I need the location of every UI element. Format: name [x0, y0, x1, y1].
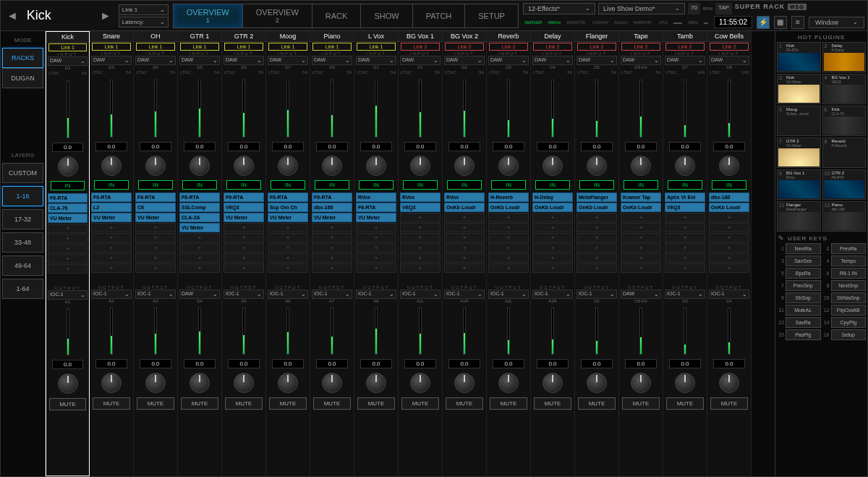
input-source-select[interactable]: DAW⌄ — [576, 56, 617, 65]
plugin-slot-empty[interactable]: + — [665, 263, 705, 273]
plugin-slot-empty[interactable]: + — [488, 263, 529, 273]
plugin-slot-empty[interactable]: + — [444, 243, 485, 253]
channel-strip[interactable]: ReverbLink 2INPUTDAW⌄D3LTNC540.0INH-Reve… — [487, 31, 531, 476]
tab-overview1[interactable]: OVERVIEW1 — [174, 4, 243, 28]
channel-strip[interactable]: DelayLink 2INPUTDAW⌄D4LTNC540.0INH-Delay… — [531, 31, 575, 476]
plugin-slot-empty[interactable]: + — [576, 253, 617, 263]
user-key-button[interactable]: StrNwSnp — [831, 292, 867, 303]
plugin-slot[interactable]: OnKb Loudr — [532, 203, 573, 212]
input-gain-knob[interactable] — [58, 156, 78, 177]
plugin-slot-empty[interactable]: + — [488, 253, 529, 263]
input-source-select[interactable]: DAW⌄ — [356, 56, 396, 65]
output-source-select[interactable]: IOC-1⌄ — [709, 290, 749, 299]
mode-racks[interactable]: RACKS — [2, 48, 43, 68]
plugin-slot-empty[interactable]: + — [400, 253, 441, 263]
user-key-button[interactable]: StrSnp — [786, 292, 821, 303]
plugin-slot-empty[interactable]: + — [179, 263, 220, 273]
plugin-slot-empty[interactable]: + — [665, 223, 705, 232]
plugin-slot-empty[interactable]: + — [488, 243, 529, 253]
plugin-slot[interactable]: VU Meter — [224, 213, 264, 222]
tap-button[interactable]: TAP — [715, 3, 732, 14]
user-key-button[interactable]: SavRa — [786, 317, 821, 328]
plugin-slot[interactable]: VEQ3 — [224, 203, 264, 212]
plugin-slot[interactable]: F6-RTA — [135, 193, 176, 202]
plugin-slot-empty[interactable]: + — [48, 224, 88, 233]
hot-plugin-cell[interactable]: 8ReverbH-Reverb — [822, 138, 867, 168]
plugin-slot-empty[interactable]: + — [709, 243, 749, 253]
latency-select[interactable]: Latency:⌄ — [119, 17, 169, 28]
in-button[interactable]: IN — [359, 180, 393, 190]
mute-button[interactable]: MUTE — [666, 397, 704, 410]
input-gain-knob[interactable] — [101, 156, 122, 176]
bpm-value[interactable]: 70 — [688, 3, 700, 14]
input-source-select[interactable]: DAW⌄ — [709, 56, 749, 65]
plugin-slot-empty[interactable]: + — [312, 233, 352, 242]
plugin-slot-empty[interactable]: + — [665, 233, 705, 242]
hot-plugin-cell[interactable]: 11FlangerMetaFlanger — [777, 201, 821, 232]
plugin-slot-empty[interactable]: + — [179, 253, 220, 263]
plugin-slot[interactable]: RVox — [444, 193, 485, 202]
input-source-select[interactable]: DAW⌄ — [621, 56, 661, 65]
in-button[interactable]: IN — [712, 180, 746, 190]
user-key-button[interactable]: SavSes — [786, 256, 821, 266]
plugin-slot[interactable]: dbx-160 — [312, 203, 352, 212]
output-gain-knob[interactable] — [498, 373, 519, 393]
in-button[interactable]: IN — [579, 180, 614, 190]
input-gain-knob[interactable] — [587, 156, 607, 176]
output-source-select[interactable]: IOC-1⌄ — [532, 290, 573, 299]
plugin-slot-empty[interactable]: + — [621, 253, 661, 263]
channel-strip[interactable]: BG Vox 2Link 2INPUTDAW⌄D2LTNC540.0INRVox… — [443, 31, 487, 476]
plugin-slot-empty[interactable]: + — [224, 263, 264, 273]
user-key-button[interactable]: PrevRa — [831, 243, 867, 254]
plugin-slot[interactable]: Aphx Vt Ext — [665, 193, 705, 202]
plugin-slot-empty[interactable]: + — [135, 233, 176, 242]
layer-custom[interactable]: CUSTOM — [2, 163, 43, 183]
grid-icon[interactable]: ▦ — [774, 16, 787, 29]
mute-button[interactable]: MUTE — [490, 397, 527, 410]
plugin-slot[interactable]: OnKb Loudr — [576, 203, 617, 212]
plugin-slot-empty[interactable]: + — [444, 213, 485, 222]
channel-strip[interactable]: Cow BellsLink 2INPUTDAW⌄D8LTNC1490.0INdb… — [707, 31, 752, 476]
link-select[interactable]: Link 1⌄ — [119, 4, 169, 15]
plugin-slot[interactable]: C6 — [135, 203, 176, 212]
input-gain-knob[interactable] — [631, 156, 651, 176]
plugin-slot[interactable]: VU Meter — [135, 213, 176, 222]
plugin-slot[interactable]: OnKb Loudr — [621, 203, 661, 212]
plugin-slot[interactable]: F6-RTA — [91, 193, 132, 202]
plugin-slot[interactable]: SSLComp — [179, 203, 220, 212]
input-gain-knob[interactable] — [498, 156, 519, 176]
plugin-slot-empty[interactable]: + — [532, 243, 573, 253]
output-source-select[interactable]: IOC-1⌄ — [400, 290, 441, 299]
user-key-button[interactable]: PrevSnp — [786, 280, 821, 291]
user-key-button[interactable]: NextSnp — [831, 280, 867, 291]
plugin-slot-empty[interactable]: + — [621, 213, 661, 222]
channel-strip[interactable]: BG Vox 1Link 2INPUTDAW⌄D1LTNC540.0INRVox… — [399, 31, 443, 476]
in-button[interactable]: IN — [447, 180, 482, 190]
plugin-slot-empty[interactable]: + — [709, 253, 749, 263]
plugin-slot-empty[interactable]: + — [400, 263, 441, 273]
input-gain-knob[interactable] — [719, 156, 739, 176]
input-gain-knob[interactable] — [190, 156, 210, 176]
in-button[interactable]: IN — [535, 180, 570, 190]
in-button[interactable]: IN — [668, 180, 702, 190]
hot-plugin-cell[interactable]: 6KickCLA-76 — [822, 106, 867, 136]
plugin-slot-empty[interactable]: + — [48, 254, 88, 263]
output-source-select[interactable]: IOC-1⌄ — [356, 290, 396, 299]
output-gain-knob[interactable] — [322, 373, 342, 393]
hot-plugin-cell[interactable]: 5MoogSchep...annel — [777, 106, 821, 136]
output-gain-knob[interactable] — [631, 373, 651, 393]
plugin-slot-empty[interactable]: + — [356, 253, 396, 263]
tab-overview2[interactable]: OVERVIEW2 — [243, 4, 312, 28]
prev-channel-arrow[interactable]: ◄ — [4, 7, 21, 25]
plugin-slot-empty[interactable]: + — [400, 223, 441, 232]
mute-button[interactable]: MUTE — [534, 397, 571, 410]
user-key-button[interactable]: Setup — [831, 329, 867, 340]
plugin-slot-empty[interactable]: + — [135, 263, 176, 273]
plugin-slot-empty[interactable]: + — [488, 233, 529, 242]
hot-plugin-cell[interactable]: 9BG Vox 1RVox — [777, 169, 821, 200]
plugin-slot[interactable]: VU Meter — [356, 213, 396, 222]
in-button[interactable]: IN — [226, 180, 261, 190]
plugin-slot-empty[interactable]: + — [48, 244, 88, 253]
plugin-slot-empty[interactable]: + — [665, 253, 705, 263]
output-gain-knob[interactable] — [234, 373, 254, 393]
